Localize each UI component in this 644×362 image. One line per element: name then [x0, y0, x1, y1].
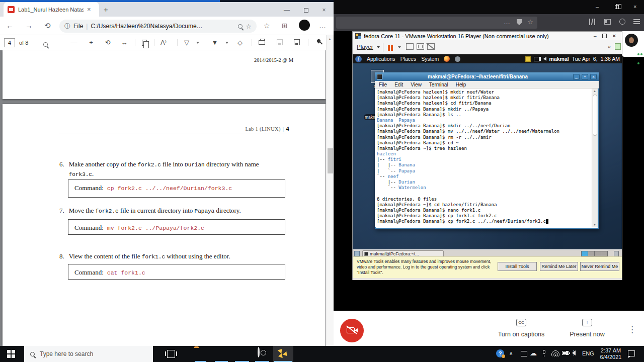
microphone-tray-icon[interactable] — [543, 350, 545, 354]
vmware-taskbar-icon[interactable] — [273, 346, 293, 362]
collections-button[interactable]: ⊞ — [282, 22, 288, 30]
workspace-1[interactable] — [581, 251, 588, 256]
menu-file[interactable]: File — [379, 82, 387, 87]
sidebar-icon[interactable] — [604, 19, 611, 25]
tray-overflow-chevron[interactable]: ∧ — [509, 350, 513, 356]
suspend-caret-icon[interactable] — [398, 46, 401, 48]
page-view-button[interactable] — [142, 40, 147, 46]
forward-button[interactable]: → — [25, 21, 33, 30]
start-button[interactable] — [7, 350, 15, 358]
edge-taskbar-icon[interactable] — [236, 348, 249, 360]
bookmark-star-icon[interactable]: ☆ — [527, 18, 533, 26]
page-actions-icon[interactable]: … — [504, 18, 510, 26]
obs-taskbar-icon[interactable] — [258, 348, 270, 360]
panel-clock[interactable]: Tue Apr 6, 1:36 AM — [572, 56, 620, 62]
terminal-window[interactable]: makmal@PcFedora:~/hazleen/fitri/Banana _… — [375, 72, 599, 229]
volume-tray-icon[interactable] — [572, 350, 576, 355]
scroll-up-icon[interactable]: ▲ — [593, 89, 596, 93]
scrollbar-thumb[interactable] — [328, 148, 333, 173]
account-icon[interactable] — [619, 19, 625, 25]
edge-close-button[interactable]: × — [320, 7, 328, 14]
places-menu[interactable]: Places — [400, 56, 417, 62]
language-indicator[interactable]: ENG — [582, 350, 594, 356]
rotate-button[interactable]: ⟲ — [103, 39, 112, 46]
action-center-icon[interactable] — [628, 350, 635, 356]
edge-menu-button[interactable]: … — [319, 22, 326, 30]
vmware-maximize-button[interactable] — [602, 34, 607, 38]
send-ctrl-alt-del-button[interactable] — [406, 43, 414, 50]
terminal-maximize-button[interactable]: + — [582, 74, 588, 80]
player-caret-icon[interactable] — [377, 46, 380, 48]
system-menu[interactable]: System — [421, 56, 439, 62]
player-menu[interactable]: Player — [357, 44, 373, 50]
draw-button[interactable]: ▽ — [182, 39, 191, 46]
participant-thumbnail[interactable] — [622, 31, 644, 57]
pin-toolbar-button[interactable] — [316, 39, 321, 44]
terminal-close-button[interactable]: x — [590, 74, 597, 80]
favorites-button[interactable]: ☆ — [264, 22, 270, 30]
save-button[interactable] — [277, 39, 283, 45]
guest-screen[interactable]: f Applications Places System makmal Tue … — [353, 54, 622, 257]
firefox-close-button[interactable]: × — [633, 4, 636, 10]
back-button[interactable]: ← — [6, 21, 14, 30]
wifi-tray-icon[interactable] — [551, 350, 559, 356]
firefox-minimize-button[interactable]: – — [596, 4, 599, 10]
save-as-button[interactable] — [294, 39, 300, 45]
menu-hamburger-icon[interactable] — [633, 19, 640, 20]
profile-avatar[interactable] — [299, 20, 310, 31]
vmware-close-button[interactable]: ✕ — [609, 33, 619, 39]
search-in-page-icon[interactable] — [238, 24, 243, 29]
workspace-switcher[interactable] — [582, 251, 608, 256]
tab-close-icon[interactable]: × — [87, 6, 91, 13]
meet-more-options-button[interactable]: ⋮ — [628, 324, 636, 335]
cast-tray-icon[interactable] — [521, 351, 527, 356]
scroll-down-icon[interactable]: ▼ — [593, 223, 596, 226]
pdf-search-icon[interactable] — [43, 42, 48, 47]
fit-to-width-button[interactable]: ↔ — [120, 39, 129, 46]
camera-off-button[interactable] — [340, 319, 364, 342]
highlight-caret-icon[interactable] — [225, 42, 228, 44]
volume-applet-icon[interactable] — [543, 57, 546, 61]
menu-edit[interactable]: Edit — [394, 82, 403, 87]
scroll-up-icon[interactable]: ▲ — [328, 37, 332, 41]
fullscreen-button[interactable] — [417, 43, 424, 50]
erase-button[interactable]: ◇ — [235, 39, 245, 46]
read-aloud-button[interactable]: A⁾ — [159, 39, 168, 46]
terminal-titlebar[interactable]: makmal@PcFedora:~/hazleen/fitri/Banana _… — [375, 72, 599, 81]
taskbar-search-box[interactable]: Type here to search — [24, 346, 153, 362]
firefox-restore-button[interactable] — [615, 5, 619, 9]
page-info-icon[interactable]: ⓘ — [64, 22, 70, 31]
zoom-in-button[interactable]: + — [87, 39, 96, 46]
library-icon[interactable] — [589, 19, 595, 25]
zoom-out-button[interactable]: — — [69, 39, 78, 46]
edge-maximize-button[interactable] — [304, 8, 308, 13]
vmware-minimize-button[interactable]: – — [591, 33, 600, 39]
add-favorite-icon[interactable]: ☆ — [246, 23, 252, 30]
firefox-taskbar-icon[interactable] — [215, 348, 227, 360]
workspace-3[interactable] — [594, 251, 601, 256]
remind-me-later-button[interactable]: Remind Me Later — [540, 262, 578, 271]
edge-minimize-button[interactable]: — — [283, 7, 291, 14]
suspend-button[interactable] — [388, 44, 395, 50]
menu-help[interactable]: Help — [456, 82, 466, 87]
applications-menu[interactable]: Applications — [367, 56, 395, 62]
notes-applet-icon[interactable] — [525, 56, 531, 62]
file-explorer-taskbar-icon[interactable] — [194, 348, 206, 360]
captions-button[interactable]: CC Turn on captions — [486, 317, 556, 338]
never-remind-me-button[interactable]: Never Remind Me — [580, 262, 619, 271]
sticky-note-icon[interactable] — [615, 43, 621, 50]
terminal-scrollbar[interactable]: ▲ ▼ — [592, 88, 598, 227]
onedrive-tray-icon[interactable]: ☁ — [530, 349, 537, 357]
pdf-scrollbar[interactable]: ▲ — [326, 35, 334, 346]
menu-terminal[interactable]: Terminal — [429, 82, 448, 87]
address-bar[interactable]: ⓘ File | C:/Users/Hazleen%20Natasya/Docu… — [59, 20, 257, 33]
task-view-button[interactable] — [167, 350, 175, 358]
page-number-input[interactable]: 4 — [4, 38, 15, 47]
collapse-toolbar-button[interactable]: « — [608, 44, 611, 50]
get-help-tray-icon[interactable]: ? — [496, 349, 504, 357]
refresh-button[interactable]: ⟲ — [44, 21, 51, 30]
unity-mode-button[interactable] — [427, 43, 435, 50]
user-name-label[interactable]: makmal — [549, 56, 569, 62]
terminal-output[interactable]: [makmal@PcFedora hazleen]$ mkdir neef/Wa… — [375, 88, 592, 227]
show-desktop-icon[interactable] — [354, 251, 360, 256]
